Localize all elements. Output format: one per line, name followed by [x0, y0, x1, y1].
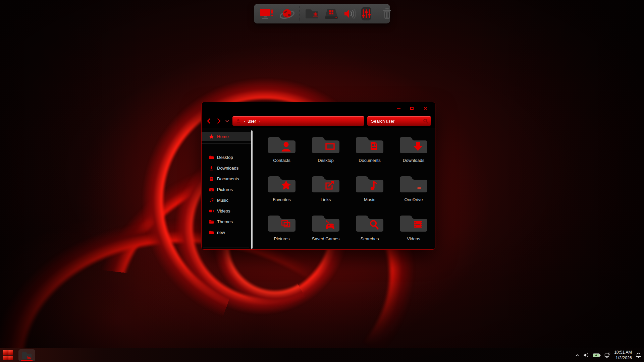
- sidebar-item-label: Music: [217, 198, 228, 203]
- equalizer-icon[interactable]: [361, 7, 371, 20]
- windows-logo-icon: [3, 356, 8, 360]
- search-input[interactable]: [367, 116, 431, 126]
- desktop-dock: [254, 4, 390, 23]
- dock-divider: [300, 6, 300, 21]
- breadcrumb-segment-user[interactable]: user: [248, 119, 256, 124]
- sidebar-bottom-divider: [203, 247, 249, 247]
- desktop: ✕ › user ›: [0, 0, 644, 362]
- sidebar-item-label: new: [217, 230, 225, 235]
- folder-tile-music[interactable]: Music: [350, 173, 389, 212]
- document-icon: [209, 176, 214, 181]
- breadcrumb-separator: ›: [244, 119, 245, 124]
- clock-time: 10:51 AM: [614, 350, 632, 355]
- close-button[interactable]: ✕: [420, 104, 431, 112]
- user-icon: [236, 119, 241, 124]
- folder-tile-downloads[interactable]: Downloads: [394, 134, 433, 173]
- folder-tile-documents[interactable]: Documents: [350, 134, 389, 173]
- tray-battery-charging-icon[interactable]: [593, 353, 601, 358]
- minimize-icon: [397, 108, 400, 109]
- taskbar-clock[interactable]: 10:51 AM 1/2/2026: [614, 350, 632, 361]
- sidebar-item-themes[interactable]: Themes: [202, 217, 253, 226]
- address-bar[interactable]: › user ›: [232, 116, 364, 126]
- minimize-button[interactable]: [393, 104, 404, 112]
- file-explorer-icon: [21, 351, 32, 360]
- camera-icon: [209, 187, 214, 192]
- folder-label: Music: [364, 197, 375, 202]
- music-icon: [209, 198, 214, 203]
- sidebar-item-label: Themes: [217, 219, 233, 224]
- sidebar-item-home[interactable]: Home: [202, 132, 253, 141]
- close-icon: ✕: [424, 106, 427, 111]
- videocam-icon: [209, 208, 214, 214]
- download-icon: [209, 166, 214, 171]
- dash-icon: [417, 187, 421, 189]
- folder-grid: Contacts Desktop Documents: [253, 128, 435, 250]
- folder-icon: [209, 230, 214, 235]
- display-alert-icon[interactable]: [259, 7, 275, 21]
- breadcrumb-separator: ›: [259, 119, 260, 124]
- maximize-icon: [410, 107, 414, 110]
- tray-network-display-icon[interactable]: [604, 353, 610, 358]
- system-tray: 10:51 AM 1/2/2026: [575, 348, 641, 362]
- pc-windows-icon[interactable]: [324, 7, 339, 20]
- folder-label: Contacts: [273, 158, 290, 163]
- sidebar-item-downloads[interactable]: Downloads: [202, 164, 253, 172]
- window-titlebar: ✕: [202, 102, 435, 114]
- sidebar-scrollbar[interactable]: [251, 130, 253, 249]
- back-button[interactable]: [206, 118, 212, 124]
- sidebar-item-desktop[interactable]: Desktop: [202, 153, 253, 162]
- notification-bell-icon[interactable]: [636, 352, 641, 358]
- folder-stats-icon[interactable]: [305, 7, 319, 20]
- folder-tile-saved-games[interactable]: Saved Games: [306, 212, 345, 250]
- tray-volume-icon[interactable]: [583, 353, 589, 358]
- taskbar: 10:51 AM 1/2/2026: [0, 348, 644, 362]
- recent-locations-chevron-icon[interactable]: [225, 119, 229, 123]
- folder-tile-favorites[interactable]: Favorites: [262, 173, 302, 212]
- navigation-pane: Home Desktop Downloads Documents Pi: [202, 128, 253, 250]
- start-button[interactable]: [3, 350, 13, 360]
- folder-tile-pictures[interactable]: Pictures: [262, 212, 302, 250]
- star-icon: [209, 134, 214, 139]
- maximize-button[interactable]: [406, 104, 418, 112]
- sidebar-item-music[interactable]: Music: [202, 196, 253, 204]
- sidebar-item-pictures[interactable]: Pictures: [202, 185, 253, 194]
- folder-label: Favorites: [273, 197, 290, 202]
- film-icon: [414, 221, 422, 228]
- folder-tile-links[interactable]: Links: [306, 173, 345, 212]
- folder-label: Searches: [361, 236, 379, 241]
- folder-label: Documents: [359, 158, 381, 163]
- folder-tile-desktop[interactable]: Desktop: [306, 134, 345, 173]
- folder-label: Desktop: [318, 158, 334, 163]
- search-icon[interactable]: [423, 118, 428, 124]
- taskbar-file-explorer-button[interactable]: [18, 349, 35, 361]
- folder-tile-contacts[interactable]: Contacts: [262, 134, 302, 173]
- sidebar-item-videos[interactable]: Videos: [202, 206, 253, 215]
- dock-divider: [376, 6, 376, 21]
- clock-date: 1/2/2026: [614, 355, 632, 361]
- folder-label: Downloads: [403, 158, 424, 163]
- sidebar-divider: [202, 143, 253, 143]
- forward-button[interactable]: [215, 118, 222, 124]
- windows-logo-icon: [8, 356, 13, 360]
- sidebar-item-documents[interactable]: Documents: [202, 174, 253, 183]
- explorer-body: Home Desktop Downloads Documents Pi: [202, 128, 435, 250]
- file-explorer-window: ✕ › user ›: [201, 102, 435, 250]
- sidebar-item-label: Desktop: [217, 155, 233, 160]
- folder-label: Pictures: [274, 236, 290, 241]
- sidebar-item-label: Pictures: [217, 187, 233, 192]
- folder-tile-searches[interactable]: Searches: [350, 212, 389, 250]
- volume-icon[interactable]: [343, 8, 357, 20]
- active-app-indicator: [21, 360, 33, 361]
- folder-label: Links: [321, 197, 331, 202]
- sidebar-item-new[interactable]: new: [202, 228, 253, 237]
- folder-label: OneDrive: [405, 197, 423, 202]
- folder-tile-onedrive[interactable]: OneDrive: [394, 173, 433, 212]
- sidebar-item-label: Videos: [217, 208, 230, 214]
- globe-network-icon[interactable]: [279, 7, 295, 21]
- recycle-bin-icon[interactable]: [381, 7, 393, 20]
- sidebar-item-label: Home: [217, 134, 229, 139]
- tray-chevron-up-icon[interactable]: [575, 353, 580, 358]
- folder-icon: [209, 219, 214, 224]
- folder-tile-videos[interactable]: Videos: [394, 212, 433, 250]
- windows-logo-icon: [8, 350, 13, 355]
